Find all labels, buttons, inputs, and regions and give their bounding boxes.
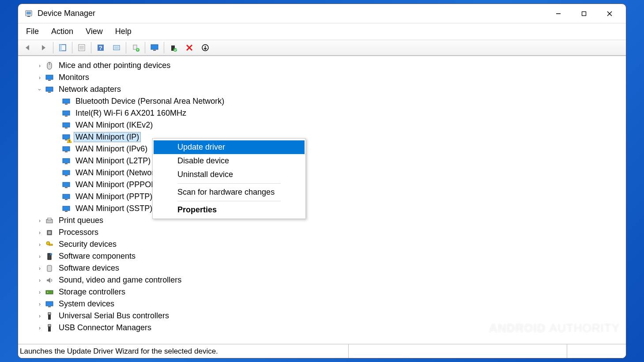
menu-file[interactable]: File <box>20 25 45 38</box>
tree-item-mice[interactable]: › Mice and other pointing devices <box>18 60 626 72</box>
tree-item-usb-controllers[interactable]: › Universal Serial Bus controllers <box>18 310 626 322</box>
menu-action[interactable]: Action <box>45 25 79 38</box>
disable-toolbar-button[interactable] <box>199 41 212 54</box>
tree-item-network-adapters[interactable]: › Network adapters <box>18 83 626 95</box>
menu-view[interactable]: View <box>79 25 109 38</box>
tree-item-bluetooth-pan[interactable]: Bluetooth Device (Personal Area Network) <box>18 95 626 107</box>
tree-item-sound[interactable]: › Sound, video and game controllers <box>18 274 626 286</box>
menu-help[interactable]: Help <box>109 25 138 38</box>
svg-rect-52 <box>63 206 70 211</box>
tree-item-wan-ikev2[interactable]: WAN Miniport (IKEv2) <box>18 119 626 131</box>
context-properties[interactable]: Properties <box>156 203 302 217</box>
tree-item-wan-ip[interactable]: ! WAN Miniport (IP) <box>18 131 626 143</box>
tree-label: Print queues <box>59 216 103 225</box>
network-adapter-icon <box>61 192 71 202</box>
svg-rect-50 <box>63 194 70 199</box>
svg-rect-31 <box>46 87 53 91</box>
svg-text:!: ! <box>69 139 70 143</box>
context-separator <box>177 201 281 201</box>
svg-rect-63 <box>46 290 53 294</box>
svg-rect-38 <box>65 128 68 128</box>
enable-toolbar-button[interactable] <box>167 41 180 54</box>
expand-icon[interactable]: › <box>36 289 44 295</box>
svg-rect-65 <box>46 302 53 306</box>
expand-icon[interactable]: › <box>36 325 44 331</box>
help-toolbar-button[interactable]: ? <box>94 41 107 54</box>
tree-label: Mice and other pointing devices <box>59 61 170 70</box>
tree-item-wan-sstp[interactable]: WAN Miniport (SSTP) <box>18 203 626 215</box>
expand-icon[interactable]: › <box>36 277 44 283</box>
network-adapter-icon <box>61 144 71 154</box>
tree-item-wan-l2tp[interactable]: WAN Miniport (L2TP) <box>18 155 626 167</box>
context-update-driver[interactable]: Update driver <box>154 140 305 154</box>
tree-item-intel-wifi[interactable]: Intel(R) Wi-Fi 6 AX201 160MHz <box>18 107 626 119</box>
tree-label: Bluetooth Device (Personal Area Network) <box>75 97 224 106</box>
toolbar-separator <box>145 42 145 53</box>
expand-icon[interactable]: › <box>36 63 44 69</box>
system-icon <box>45 299 54 309</box>
svg-rect-43 <box>65 151 68 152</box>
statusbar: Launches the Update Driver Wizard for th… <box>18 344 626 358</box>
tree-item-wan-pptp[interactable]: WAN Miniport (PPTP) <box>18 191 626 203</box>
tree-label: Security devices <box>59 240 117 249</box>
expand-icon[interactable]: › <box>36 218 44 224</box>
svg-point-64 <box>47 292 48 293</box>
svg-rect-68 <box>48 313 51 315</box>
tree-item-usb-connector-managers[interactable]: › USB Connector Managers <box>18 322 626 334</box>
tree-item-system-devices[interactable]: › System devices <box>18 298 626 310</box>
svg-rect-8 <box>60 45 62 51</box>
usb-icon <box>45 311 54 321</box>
scan-hardware-toolbar-button[interactable] <box>110 41 123 54</box>
tree-item-wan-pppoe[interactable]: WAN Miniport (PPPOE) <box>18 179 626 191</box>
close-button[interactable] <box>597 4 622 23</box>
maximize-button[interactable] <box>571 4 597 23</box>
svg-rect-57 <box>48 231 51 234</box>
context-disable-device[interactable]: Disable device <box>156 154 302 168</box>
svg-rect-53 <box>65 211 68 212</box>
tree-item-processors[interactable]: › Processors <box>18 226 626 238</box>
monitor-toolbar-button[interactable] <box>148 41 161 54</box>
properties-toolbar-button[interactable] <box>75 41 88 54</box>
tree-label: Monitors <box>59 73 89 82</box>
tree-label: Network adapters <box>59 85 121 94</box>
minimize-button[interactable] <box>546 4 571 23</box>
expand-icon[interactable]: › <box>36 230 44 236</box>
tree-item-software-devices[interactable]: › Software devices <box>18 262 626 274</box>
expand-icon[interactable]: › <box>36 253 44 260</box>
svg-rect-32 <box>48 92 51 93</box>
uninstall-toolbar-button[interactable] <box>183 41 196 54</box>
back-button[interactable] <box>21 41 34 54</box>
svg-rect-21 <box>153 50 156 51</box>
expand-icon[interactable]: › <box>36 241 44 248</box>
status-cell <box>567 344 624 358</box>
svg-rect-67 <box>48 314 51 320</box>
window-title: Device Manager <box>38 9 546 18</box>
device-tree[interactable]: › Mice and other pointing devices › Moni… <box>18 56 626 344</box>
svg-rect-61 <box>50 253 52 255</box>
toolbar-separator <box>72 42 72 53</box>
tree-item-wan-netmon[interactable]: WAN Miniport (Network Monitor) <box>18 167 626 179</box>
tree-item-security-devices[interactable]: › Security devices <box>18 238 626 250</box>
svg-rect-49 <box>65 187 68 188</box>
expand-icon[interactable]: › <box>36 75 44 81</box>
tree-label: WAN Miniport (IP) <box>75 132 139 141</box>
expand-icon[interactable]: › <box>36 301 44 307</box>
expand-icon[interactable]: › <box>36 313 44 319</box>
tree-label: WAN Miniport (PPPOE) <box>75 180 159 189</box>
tree-item-wan-ipv6[interactable]: WAN Miniport (IPv6) <box>18 143 626 155</box>
show-hide-tree-button[interactable] <box>56 41 69 54</box>
context-separator <box>177 183 281 184</box>
expand-icon[interactable]: › <box>36 265 44 272</box>
network-icon <box>45 85 54 94</box>
context-uninstall-device[interactable]: Uninstall device <box>156 168 302 181</box>
tree-item-software-components[interactable]: › Software components <box>18 250 626 262</box>
update-driver-toolbar-button[interactable]: + <box>129 41 142 54</box>
collapse-icon[interactable]: › <box>37 86 43 94</box>
forward-button[interactable] <box>37 41 50 54</box>
svg-rect-70 <box>48 324 51 327</box>
tree-item-monitors[interactable]: › Monitors <box>18 72 626 83</box>
svg-rect-46 <box>63 170 70 175</box>
context-scan-hardware[interactable]: Scan for hardware changes <box>156 185 302 199</box>
tree-item-storage[interactable]: › Storage controllers <box>18 286 626 298</box>
tree-item-print-queues[interactable]: › Print queues <box>18 215 626 226</box>
